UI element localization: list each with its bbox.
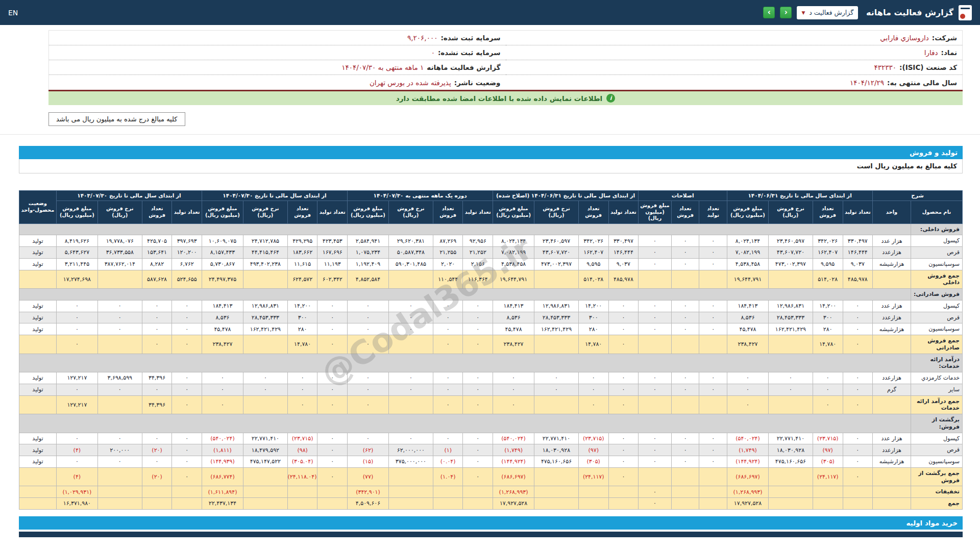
- column-header: نرخ فروش (ریال): [97, 201, 142, 224]
- value-cell: ۰: [463, 300, 493, 312]
- value-cell: (۱۴۴,۹۲۴): [727, 456, 769, 468]
- info-row: وضعیت ناشر:پذیرفته شده در بورس تهران: [49, 75, 506, 90]
- value-cell: (۹۸): [287, 444, 317, 456]
- column-header: مبلغ فروش (میلیون ریال): [493, 201, 534, 224]
- value-cell: ۰: [348, 312, 389, 323]
- info-row: سرمایه ثبت شده:۹,۲۰۶,۰۰۰: [49, 31, 506, 45]
- status-cell: تولید: [19, 444, 57, 456]
- value-cell: ۱۷,۹۲۷,۵۲۸: [727, 498, 769, 510]
- value-cell: ۵۹۰,۳۰۱,۴۸۵: [388, 258, 433, 270]
- value-cell: ۰: [813, 372, 843, 384]
- value-cell: ۰: [172, 300, 202, 312]
- value-cell: ۳۴,۳۹۶: [142, 395, 172, 414]
- product-name-cell: قرص: [911, 247, 962, 259]
- value-cell: ۲۴,۷۱۲,۷۸۵: [243, 235, 287, 247]
- value-cell: ۱۲,۹۸۶,۸۳۱: [243, 300, 287, 312]
- value-cell: [243, 270, 287, 289]
- value-cell: ۰: [287, 384, 317, 395]
- value-cell: ۲۱,۲۵۲: [463, 247, 493, 259]
- info-value: ۰: [431, 48, 435, 57]
- value-cell: (۱,۲۶۸,۹۹۳): [493, 486, 534, 498]
- value-cell: ۰: [639, 323, 672, 335]
- value-cell: ۱۵۳,۶۴۱: [142, 247, 172, 259]
- value-cell: ۱۹,۷۷۸,۰۷۶: [97, 235, 142, 247]
- info-value: پذیرفته شده در بورس تهران: [370, 79, 451, 87]
- value-cell: (۶۲): [348, 444, 389, 456]
- value-cell: ۹,۵۹۵: [578, 258, 608, 270]
- value-cell: ۰: [463, 467, 493, 486]
- next-report-button[interactable]: ›: [763, 7, 775, 18]
- value-cell: ۰: [699, 312, 727, 323]
- value-cell: [317, 498, 348, 510]
- info-label: نماد:: [941, 48, 957, 57]
- product-name-cell: سوسپانسیون: [911, 323, 962, 335]
- value-cell: ۰: [433, 395, 463, 414]
- value-cell: ۰: [639, 384, 672, 395]
- report-icon: [959, 5, 972, 20]
- value-cell: ۰: [843, 335, 873, 354]
- product-name-cell: تخفیفات: [911, 486, 962, 498]
- value-cell: ۰: [639, 486, 672, 498]
- value-cell: [768, 498, 813, 510]
- divider: [0, 134, 980, 135]
- value-cell: [768, 270, 813, 289]
- value-cell: ۰: [433, 323, 463, 335]
- value-cell: [768, 335, 813, 354]
- value-cell: [608, 498, 639, 510]
- value-cell: [463, 498, 493, 510]
- value-cell: ۰: [202, 395, 243, 414]
- value-cell: ۰: [172, 467, 202, 486]
- language-toggle[interactable]: EN: [8, 9, 18, 17]
- report-type-dropdown[interactable]: گزارش فعالیت د ▼: [797, 6, 858, 19]
- value-cell: [671, 335, 699, 354]
- value-cell: ۰: [671, 456, 699, 468]
- value-cell: (۲۳,۷۱۵): [287, 433, 317, 444]
- value-cell: ۰: [317, 323, 348, 335]
- value-cell: ۰: [639, 312, 672, 323]
- value-cell: [433, 486, 463, 498]
- value-cell: ۴۷۵,۱۶۰,۶۵۶: [534, 456, 579, 468]
- section-label: فروش داخلی:: [911, 223, 962, 235]
- value-cell: ۲۳,۴۶۰,۵۹۷: [768, 235, 813, 247]
- value-cell: ۴۷۳,۰۰۲,۳۹۷: [534, 258, 579, 270]
- value-cell: ۸,۱۵۷,۴۳۳: [202, 247, 243, 259]
- section-row: درآمد ارائه خدمات:: [19, 354, 963, 372]
- column-header: مبلغ فروش (میلیون ریال): [639, 201, 672, 224]
- value-cell: ۰: [317, 312, 348, 323]
- value-cell: ۰: [768, 372, 813, 384]
- value-cell: ۰: [56, 335, 97, 354]
- column-header: نام محصول: [911, 201, 962, 224]
- value-cell: ۰: [699, 384, 727, 395]
- production-sales-table: شرحاز ابتدای سال مالی تا تاریخ ۱۴۰۴/۰۶/۳…: [19, 190, 963, 510]
- value-cell: ۰: [97, 456, 142, 468]
- value-cell: ۰: [433, 433, 463, 444]
- column-header: نرخ فروش (ریال): [768, 201, 813, 224]
- value-cell: ۰: [671, 444, 699, 456]
- value-cell: ۱۲۰,۲۰۰: [172, 247, 202, 259]
- value-cell: ۲۲,۴۳۷,۱۳۴: [202, 498, 243, 510]
- value-cell: [534, 486, 579, 498]
- value-cell: ۱۴۶,۴۴۴: [843, 247, 873, 259]
- value-cell: ۰: [172, 335, 202, 354]
- status-column-header: وضعیت محصول-واحد: [19, 191, 57, 224]
- value-cell: ۰: [142, 335, 172, 354]
- value-cell: (۹۷): [813, 444, 843, 456]
- unit-cell: هزارشیشه: [873, 323, 911, 335]
- unit-cell: [873, 395, 911, 414]
- value-cell: ۰: [699, 433, 727, 444]
- value-cell: ۱۶۲,۴۰۷: [813, 247, 843, 259]
- value-cell: (۱.۰۴): [433, 467, 463, 486]
- value-cell: ۲۸۰: [813, 323, 843, 335]
- section-filler: [19, 223, 911, 235]
- chevron-down-icon: ▼: [801, 10, 805, 15]
- info-label: سال مالی منتهی به:: [887, 79, 957, 87]
- value-cell: ۰: [671, 372, 699, 384]
- value-cell: [768, 467, 813, 486]
- value-cell: ۳۰۰: [287, 312, 317, 323]
- value-cell: ۱۱۰,۵۴۴: [433, 270, 463, 289]
- value-cell: ۴۵,۴۷۸: [727, 323, 769, 335]
- prev-report-button[interactable]: ‹: [780, 7, 792, 18]
- value-cell: ۳۴,۳۹۶: [142, 372, 172, 384]
- value-cell: [243, 486, 287, 498]
- value-cell: ۰: [699, 247, 727, 259]
